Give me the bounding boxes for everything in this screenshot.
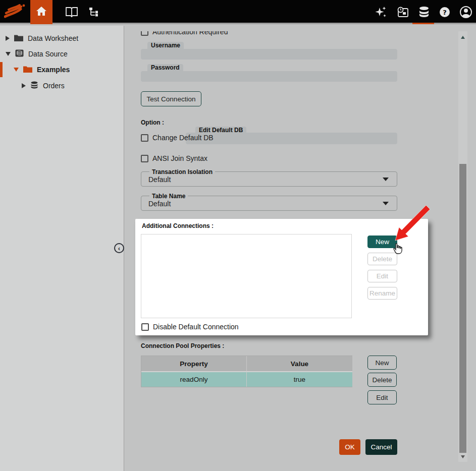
ansi-join-row: ANSI Join Syntax [141, 154, 207, 162]
tree-icon[interactable] [85, 0, 103, 24]
chevron-down-icon [383, 202, 389, 205]
pool-edit-button[interactable]: Edit [367, 390, 397, 404]
selected-item-bar [0, 62, 3, 77]
authentication-required-checkbox[interactable] [141, 31, 148, 36]
sidebar-item-data-source[interactable]: Data Source [6, 47, 68, 61]
schedule-icon[interactable] [395, 0, 410, 24]
sidebar-tree: Data Worksheet Data Source Examples [0, 26, 124, 471]
change-default-db-row: Change Default DB [141, 134, 214, 142]
account-icon[interactable] [458, 0, 474, 24]
connections-edit-button[interactable]: Edit [367, 270, 397, 282]
sidebar-collapse-button[interactable]: ‹ [114, 243, 124, 253]
password-label: Password [147, 64, 183, 71]
connection-pool-table: Property Value readOnly true [141, 356, 352, 387]
disable-default-connection-row: Disable Default Connection [141, 323, 239, 331]
svg-text:?: ? [443, 9, 447, 16]
pool-delete-button[interactable]: Delete [367, 373, 397, 387]
edit-default-db-field[interactable] [186, 133, 397, 144]
cancel-button[interactable]: Cancel [365, 439, 397, 455]
connection-pool-heading: Connection Pool Properties : [141, 342, 224, 349]
column-header-value[interactable]: Value [247, 356, 352, 371]
option-heading: Option : [141, 119, 164, 126]
sidebar-item-data-worksheet[interactable]: Data Worksheet [6, 31, 78, 45]
auth-required-row: Authentication Required [141, 31, 302, 37]
scrollbar-thumb[interactable] [459, 164, 466, 453]
logo-swoosh-icon[interactable] [2, 0, 28, 24]
vertical-scrollbar[interactable] [458, 31, 467, 462]
pool-new-button[interactable]: New [367, 356, 397, 370]
tree-item-label: Examples [37, 66, 70, 74]
change-default-db-label: Change Default DB [152, 134, 214, 142]
username-field[interactable] [141, 49, 397, 60]
tree-item-label: Data Worksheet [28, 34, 78, 42]
chevron-down-icon [383, 178, 389, 181]
sparkle-icon[interactable] [374, 0, 389, 24]
home-tab[interactable] [30, 0, 52, 24]
authentication-required-label: Authentication Required [152, 31, 228, 36]
disable-default-connection-checkbox[interactable] [141, 323, 149, 331]
database-icon[interactable] [416, 0, 432, 24]
book-icon[interactable] [63, 0, 81, 24]
folder-icon [23, 66, 32, 74]
connections-new-button[interactable]: New [367, 236, 397, 248]
username-label: Username [147, 42, 184, 49]
data-source-settings-panel: Authentication Required Username Passwor… [125, 26, 476, 471]
table-name-value: Default [148, 200, 171, 208]
cell-value[interactable]: true [247, 371, 352, 387]
app-window: ? Data Worksheet [0, 0, 476, 471]
table-header-row: Property Value [141, 356, 352, 371]
additional-connections-list[interactable] [141, 234, 352, 318]
tree-item-label: Data Source [28, 50, 68, 58]
transaction-isolation-label: Transaction Isolation [149, 168, 215, 175]
sidebar-item-orders[interactable]: Orders [22, 79, 65, 93]
table-row[interactable]: readOnly true [141, 371, 352, 387]
transaction-isolation-value: Default [148, 175, 171, 184]
top-navbar: ? [0, 0, 476, 24]
data-source-icon [15, 49, 24, 58]
test-connection-button[interactable]: Test Connection [141, 91, 201, 106]
chevron-right-icon[interactable] [6, 36, 10, 41]
help-icon[interactable]: ? [437, 0, 452, 24]
chevron-left-icon: ‹ [118, 245, 120, 252]
ansi-join-label: ANSI Join Syntax [152, 154, 207, 162]
chevron-down-icon[interactable] [14, 68, 19, 72]
cell-property[interactable]: readOnly [141, 371, 247, 387]
home-icon [36, 6, 47, 18]
ok-button[interactable]: OK [339, 439, 360, 455]
table-name-label: Table Name [149, 193, 188, 200]
ansi-join-checkbox[interactable] [141, 155, 148, 162]
folder-icon [14, 34, 23, 43]
additional-connections-panel: Additional Connections : New Delete Edit… [135, 219, 428, 335]
connections-delete-button[interactable]: Delete [367, 253, 397, 265]
connections-rename-button[interactable]: Rename [367, 287, 397, 300]
column-header-property[interactable]: Property [141, 356, 247, 371]
chevron-right-icon[interactable] [22, 83, 26, 88]
chevron-down-icon[interactable] [6, 52, 11, 56]
tree-item-label: Orders [43, 82, 65, 90]
transaction-isolation-select[interactable]: Transaction Isolation Default [141, 171, 397, 187]
password-field[interactable] [141, 71, 397, 82]
sidebar-item-examples[interactable]: Examples [14, 63, 70, 77]
database-icon [30, 81, 38, 91]
disable-default-connection-label: Disable Default Connection [153, 323, 239, 331]
scroll-up-icon[interactable] [461, 36, 465, 39]
scroll-down-icon[interactable] [461, 455, 465, 458]
additional-connections-heading: Additional Connections : [142, 222, 214, 229]
change-default-db-checkbox[interactable] [141, 134, 148, 142]
table-name-select[interactable]: Table Name Default [141, 196, 397, 211]
active-icon-underline [412, 23, 434, 24]
